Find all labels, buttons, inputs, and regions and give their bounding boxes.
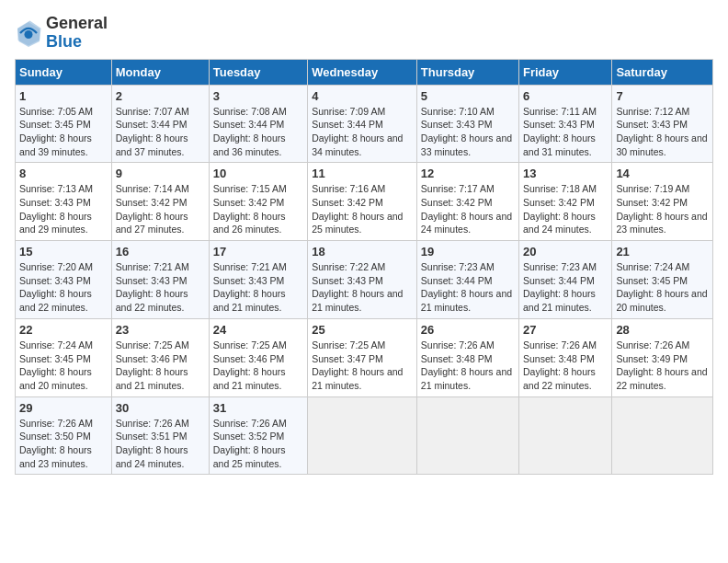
calendar-cell: 30Sunrise: 7:26 AMSunset: 3:51 PMDayligh… — [111, 396, 209, 475]
calendar-cell: 12Sunrise: 7:17 AMSunset: 3:42 PMDayligh… — [416, 163, 518, 241]
day-info: Sunrise: 7:25 AMSunset: 3:47 PMDaylight:… — [312, 339, 413, 393]
day-number: 6 — [523, 89, 608, 103]
calendar-cell: 16Sunrise: 7:21 AMSunset: 3:43 PMDayligh… — [111, 241, 209, 319]
day-info: Sunrise: 7:23 AMSunset: 3:44 PMDaylight:… — [523, 260, 608, 315]
day-number: 28 — [616, 323, 709, 337]
day-info: Sunrise: 7:16 AMSunset: 3:42 PMDaylight:… — [312, 182, 413, 236]
day-number: 13 — [523, 167, 608, 180]
logo-text: General Blue — [46, 15, 108, 52]
day-info: Sunrise: 7:12 AMSunset: 3:43 PMDaylight:… — [616, 105, 709, 159]
day-info: Sunrise: 7:11 AMSunset: 3:43 PMDaylight:… — [523, 105, 608, 159]
day-number: 21 — [616, 245, 709, 259]
day-info: Sunrise: 7:26 AMSunset: 3:50 PMDaylight:… — [19, 417, 108, 471]
calendar-cell: 14Sunrise: 7:19 AMSunset: 3:42 PMDayligh… — [612, 163, 713, 241]
calendar-cell: 20Sunrise: 7:23 AMSunset: 3:44 PMDayligh… — [519, 241, 612, 319]
calendar-cell: 22Sunrise: 7:24 AMSunset: 3:45 PMDayligh… — [16, 318, 112, 396]
day-info: Sunrise: 7:21 AMSunset: 3:43 PMDaylight:… — [116, 260, 205, 315]
calendar-table: SundayMondayTuesdayWednesdayThursdayFrid… — [15, 59, 713, 476]
calendar-cell — [519, 396, 612, 475]
day-info: Sunrise: 7:25 AMSunset: 3:46 PMDaylight:… — [116, 339, 205, 393]
day-info: Sunrise: 7:15 AMSunset: 3:42 PMDaylight:… — [213, 182, 303, 236]
day-number: 16 — [116, 245, 205, 259]
day-number: 2 — [116, 89, 205, 103]
calendar-cell: 29Sunrise: 7:26 AMSunset: 3:50 PMDayligh… — [16, 396, 112, 475]
day-info: Sunrise: 7:05 AMSunset: 3:45 PMDaylight:… — [19, 105, 108, 159]
day-number: 30 — [116, 401, 205, 415]
day-number: 9 — [116, 167, 205, 180]
header-saturday: Saturday — [612, 59, 713, 85]
calendar-cell: 11Sunrise: 7:16 AMSunset: 3:42 PMDayligh… — [308, 163, 417, 241]
day-info: Sunrise: 7:24 AMSunset: 3:45 PMDaylight:… — [616, 260, 709, 315]
day-number: 19 — [421, 245, 515, 259]
day-number: 20 — [523, 245, 608, 259]
header-tuesday: Tuesday — [209, 59, 307, 85]
calendar-cell: 28Sunrise: 7:26 AMSunset: 3:49 PMDayligh… — [612, 318, 713, 396]
day-info: Sunrise: 7:10 AMSunset: 3:43 PMDaylight:… — [421, 105, 515, 159]
calendar-cell: 27Sunrise: 7:26 AMSunset: 3:48 PMDayligh… — [519, 318, 612, 396]
calendar-cell: 31Sunrise: 7:26 AMSunset: 3:52 PMDayligh… — [209, 396, 307, 475]
day-info: Sunrise: 7:23 AMSunset: 3:44 PMDaylight:… — [421, 260, 515, 315]
week-row-1: 1Sunrise: 7:05 AMSunset: 3:45 PMDaylight… — [16, 85, 713, 163]
day-number: 8 — [19, 167, 108, 180]
page-header: General Blue — [15, 15, 713, 52]
calendar-cell: 15Sunrise: 7:20 AMSunset: 3:43 PMDayligh… — [16, 241, 112, 319]
day-info: Sunrise: 7:26 AMSunset: 3:51 PMDaylight:… — [116, 417, 205, 471]
logo-icon — [15, 19, 42, 47]
day-number: 4 — [312, 89, 413, 103]
day-info: Sunrise: 7:17 AMSunset: 3:42 PMDaylight:… — [421, 182, 515, 236]
day-number: 11 — [312, 167, 413, 180]
calendar-cell: 17Sunrise: 7:21 AMSunset: 3:43 PMDayligh… — [209, 241, 307, 319]
day-info: Sunrise: 7:26 AMSunset: 3:48 PMDaylight:… — [421, 339, 515, 393]
day-info: Sunrise: 7:13 AMSunset: 3:43 PMDaylight:… — [19, 182, 108, 236]
header-sunday: Sunday — [16, 59, 112, 85]
calendar-cell: 26Sunrise: 7:26 AMSunset: 3:48 PMDayligh… — [416, 318, 518, 396]
calendar-cell: 18Sunrise: 7:22 AMSunset: 3:43 PMDayligh… — [308, 241, 417, 319]
calendar-cell: 21Sunrise: 7:24 AMSunset: 3:45 PMDayligh… — [612, 241, 713, 319]
calendar-header-row: SundayMondayTuesdayWednesdayThursdayFrid… — [16, 59, 713, 85]
calendar-cell: 24Sunrise: 7:25 AMSunset: 3:46 PMDayligh… — [209, 318, 307, 396]
day-info: Sunrise: 7:26 AMSunset: 3:52 PMDaylight:… — [213, 417, 303, 471]
calendar-cell: 2Sunrise: 7:07 AMSunset: 3:44 PMDaylight… — [111, 85, 209, 163]
week-row-5: 29Sunrise: 7:26 AMSunset: 3:50 PMDayligh… — [16, 396, 713, 475]
calendar-cell — [612, 396, 713, 475]
day-number: 7 — [616, 89, 709, 103]
week-row-3: 15Sunrise: 7:20 AMSunset: 3:43 PMDayligh… — [16, 241, 713, 319]
day-info: Sunrise: 7:26 AMSunset: 3:49 PMDaylight:… — [616, 339, 709, 393]
calendar-cell: 10Sunrise: 7:15 AMSunset: 3:42 PMDayligh… — [209, 163, 307, 241]
day-info: Sunrise: 7:07 AMSunset: 3:44 PMDaylight:… — [116, 105, 205, 159]
day-info: Sunrise: 7:26 AMSunset: 3:48 PMDaylight:… — [523, 339, 608, 393]
day-info: Sunrise: 7:08 AMSunset: 3:44 PMDaylight:… — [213, 105, 303, 159]
day-number: 12 — [421, 167, 515, 180]
day-number: 15 — [19, 245, 108, 259]
day-number: 14 — [616, 167, 709, 180]
calendar-cell: 9Sunrise: 7:14 AMSunset: 3:42 PMDaylight… — [111, 163, 209, 241]
day-info: Sunrise: 7:09 AMSunset: 3:44 PMDaylight:… — [312, 105, 413, 159]
calendar-cell: 13Sunrise: 7:18 AMSunset: 3:42 PMDayligh… — [519, 163, 612, 241]
day-info: Sunrise: 7:19 AMSunset: 3:42 PMDaylight:… — [616, 182, 709, 236]
calendar-cell: 1Sunrise: 7:05 AMSunset: 3:45 PMDaylight… — [16, 85, 112, 163]
header-monday: Monday — [111, 59, 209, 85]
day-number: 22 — [19, 323, 108, 337]
calendar-cell: 23Sunrise: 7:25 AMSunset: 3:46 PMDayligh… — [111, 318, 209, 396]
day-number: 5 — [421, 89, 515, 103]
day-info: Sunrise: 7:20 AMSunset: 3:43 PMDaylight:… — [19, 260, 108, 315]
day-number: 29 — [19, 401, 108, 415]
day-number: 24 — [213, 323, 303, 337]
day-number: 23 — [116, 323, 205, 337]
header-thursday: Thursday — [416, 59, 518, 85]
calendar-cell: 4Sunrise: 7:09 AMSunset: 3:44 PMDaylight… — [308, 85, 417, 163]
logo: General Blue — [15, 15, 108, 52]
day-info: Sunrise: 7:21 AMSunset: 3:43 PMDaylight:… — [213, 260, 303, 315]
calendar-cell — [416, 396, 518, 475]
calendar-cell: 25Sunrise: 7:25 AMSunset: 3:47 PMDayligh… — [308, 318, 417, 396]
week-row-2: 8Sunrise: 7:13 AMSunset: 3:43 PMDaylight… — [16, 163, 713, 241]
header-friday: Friday — [519, 59, 612, 85]
week-row-4: 22Sunrise: 7:24 AMSunset: 3:45 PMDayligh… — [16, 318, 713, 396]
calendar-cell: 3Sunrise: 7:08 AMSunset: 3:44 PMDaylight… — [209, 85, 307, 163]
day-number: 27 — [523, 323, 608, 337]
calendar-cell — [308, 396, 417, 475]
header-wednesday: Wednesday — [308, 59, 417, 85]
calendar-cell: 8Sunrise: 7:13 AMSunset: 3:43 PMDaylight… — [16, 163, 112, 241]
day-number: 26 — [421, 323, 515, 337]
day-number: 18 — [312, 245, 413, 259]
